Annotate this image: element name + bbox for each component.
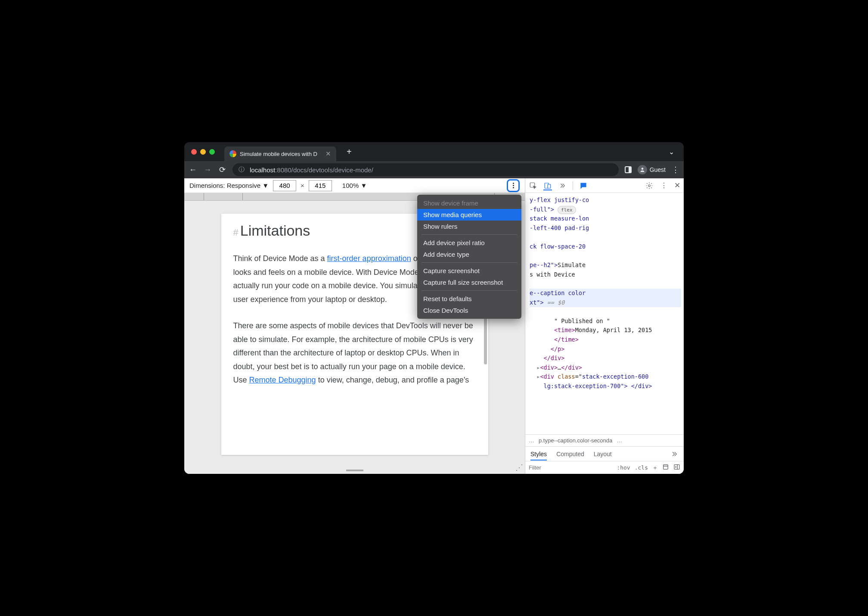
reload-button[interactable]: ⟳ — [218, 165, 226, 174]
close-devtools-icon[interactable]: ✕ — [674, 181, 680, 190]
maximize-window-button[interactable] — [209, 149, 215, 155]
browser-toolbar: ← → ⟳ ⓘ localhost:8080/docs/devtools/dev… — [184, 161, 684, 178]
device-mode-toolbar: Dimensions: Responsive ▼ × 100% ▼ Show d… — [184, 178, 525, 193]
toggle-device-toolbar-icon[interactable] — [543, 181, 552, 190]
height-input[interactable] — [309, 180, 332, 191]
side-panel-icon[interactable] — [625, 166, 632, 173]
new-style-rule-icon[interactable]: ＋ — [652, 464, 658, 472]
avatar-icon — [638, 165, 647, 174]
styles-tab-bar: Styles Computed Layout — [525, 446, 684, 461]
doc-paragraph-2: There are some aspects of mobile devices… — [233, 319, 476, 387]
svg-point-0 — [641, 168, 643, 170]
profile-button[interactable]: Guest — [638, 165, 666, 174]
svg-rect-3 — [548, 184, 551, 188]
hov-toggle[interactable]: :hov — [617, 464, 630, 471]
device-mode-options-menu: Show device frame Show media queries Sho… — [417, 195, 521, 319]
cls-toggle[interactable]: .cls — [635, 464, 648, 471]
elements-tree[interactable]: y-flex justify-co -full"> flex stack mea… — [525, 193, 684, 434]
computed-styles-icon[interactable] — [662, 464, 669, 472]
styles-filter-bar: :hov .cls ＋ — [525, 461, 684, 474]
browser-window: Simulate mobile devices with D ✕ + ⌄ ← →… — [184, 142, 684, 474]
tab-title: Simulate mobile devices with D — [240, 151, 322, 157]
devtools-pane: ⋮ ✕ y-flex justify-co -full"> flex stack… — [525, 178, 684, 474]
menu-item-reset-to-defaults[interactable]: Reset to defaults — [417, 293, 521, 305]
flex-badge[interactable]: flex — [558, 206, 576, 215]
browser-tab[interactable]: Simulate mobile devices with D ✕ — [224, 146, 336, 161]
tab-layout[interactable]: Layout — [594, 448, 612, 460]
url-path: /docs/devtools/device-mode/ — [291, 166, 373, 174]
svg-rect-5 — [663, 465, 668, 470]
close-tab-icon[interactable]: ✕ — [326, 150, 331, 158]
menu-item-show-media-queries[interactable]: Show media queries — [417, 209, 521, 221]
crumb-selected[interactable]: p.type--caption.color-seconda — [539, 437, 612, 444]
tab-search-button[interactable]: ⌄ — [669, 148, 674, 156]
chrome-favicon-icon — [229, 150, 236, 157]
more-tabs-icon[interactable] — [558, 181, 567, 190]
styles-filter-input[interactable] — [529, 464, 555, 471]
svg-point-4 — [648, 184, 651, 187]
address-bar[interactable]: ⓘ localhost:8080/docs/devtools/device-mo… — [232, 163, 619, 176]
main-area: Dimensions: Responsive ▼ × 100% ▼ Show d… — [184, 178, 684, 474]
device-pane: Dimensions: Responsive ▼ × 100% ▼ Show d… — [184, 178, 525, 474]
svg-rect-6 — [674, 465, 679, 470]
window-controls — [191, 149, 215, 155]
crumbs-left-more[interactable]: … — [529, 437, 534, 444]
scrollbar-thumb[interactable] — [484, 317, 487, 364]
tab-strip: Simulate mobile devices with D ✕ + ⌄ — [184, 142, 684, 161]
dimensions-dropdown[interactable]: Dimensions: Responsive ▼ — [189, 182, 269, 189]
link-first-order-approximation[interactable]: first-order approximation — [327, 254, 411, 263]
toggle-sidebar-icon[interactable] — [673, 464, 680, 472]
site-info-icon[interactable]: ⓘ — [239, 166, 245, 174]
menu-item-close-devtools[interactable]: Close DevTools — [417, 305, 521, 316]
minimize-window-button[interactable] — [200, 149, 206, 155]
resize-handle-icon[interactable]: ⋰ — [515, 463, 523, 472]
url-port: :8080 — [275, 166, 291, 174]
devtools-header: ⋮ ✕ — [525, 178, 684, 193]
zoom-dropdown[interactable]: 100% ▼ — [342, 182, 367, 189]
menu-item-capture-screenshot[interactable]: Capture screenshot — [417, 265, 521, 277]
crumbs-right-more[interactable]: … — [617, 437, 622, 444]
new-tab-button[interactable]: + — [347, 147, 352, 157]
inspect-element-icon[interactable] — [529, 181, 537, 190]
forward-button[interactable]: → — [203, 165, 212, 174]
profile-label: Guest — [650, 166, 666, 173]
width-input[interactable] — [273, 180, 296, 191]
tab-computed[interactable]: Computed — [556, 448, 584, 460]
link-remote-debugging[interactable]: Remote Debugging — [249, 376, 316, 384]
menu-item-show-rulers[interactable]: Show rulers — [417, 221, 521, 232]
menu-item-add-device-pixel-ratio[interactable]: Add device pixel ratio — [417, 237, 521, 249]
more-style-tabs-icon[interactable] — [670, 450, 679, 458]
device-mode-more-options-button[interactable] — [507, 179, 520, 192]
dimension-separator: × — [301, 182, 304, 189]
menu-item-add-device-type[interactable]: Add device type — [417, 249, 521, 260]
close-window-button[interactable] — [191, 149, 197, 155]
drag-handle-icon[interactable] — [346, 470, 363, 471]
url-host: localhost — [250, 166, 275, 174]
feedback-icon[interactable] — [579, 181, 588, 190]
menu-item-show-device-frame[interactable]: Show device frame — [417, 197, 521, 209]
elements-breadcrumbs[interactable]: … p.type--caption.color-seconda … — [525, 434, 684, 446]
heading-anchor-icon[interactable]: # — [233, 227, 239, 238]
devtools-settings-icon[interactable] — [645, 181, 654, 190]
menu-item-capture-full-size-screenshot[interactable]: Capture full size screenshot — [417, 277, 521, 288]
devtools-menu-icon[interactable]: ⋮ — [660, 181, 668, 190]
tab-styles[interactable]: Styles — [530, 448, 547, 460]
browser-menu-button[interactable]: ⋮ — [672, 165, 679, 174]
back-button[interactable]: ← — [189, 165, 197, 174]
